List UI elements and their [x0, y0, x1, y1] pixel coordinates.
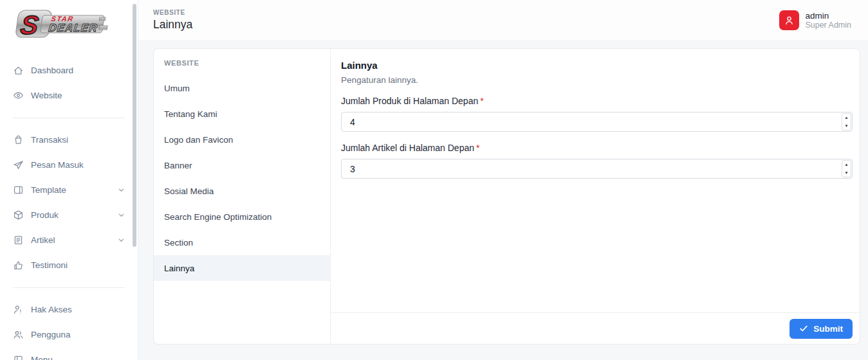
number-spinner: ▲ ▼ [842, 160, 851, 177]
settings-nav-item-seo[interactable]: Search Engine Optimization [154, 204, 330, 230]
user-info: admin Super Admin [805, 11, 851, 30]
spinner-down-button[interactable]: ▼ [842, 122, 851, 130]
sidebar-item-artikel[interactable]: Artikel [0, 228, 138, 253]
content-area: WEBSITE Umum Tentang Kami Logo dan Favic… [138, 40, 868, 360]
jumlah-artikel-input[interactable] [341, 159, 853, 179]
sidebar-item-label: Website [31, 91, 62, 100]
settings-card: WEBSITE Umum Tentang Kami Logo dan Favic… [153, 48, 860, 345]
sidebar-item-transaksi[interactable]: Transaksi [0, 127, 138, 152]
sidebar-item-testimoni[interactable]: Testimoni [0, 253, 138, 278]
main-area: WEBSITE Lainnya admin Super Admin WEBSIT… [138, 0, 868, 360]
page-title: Lainnya [153, 18, 192, 32]
sidebar: S STAR DEALER Dashboard Website Transaks… [0, 0, 138, 360]
user-menu[interactable]: admin Super Admin [779, 10, 851, 30]
settings-nav-label: Umum [164, 84, 190, 93]
settings-nav-label: Tentang Kami [164, 109, 217, 119]
send-icon [13, 159, 24, 170]
spinner-up-button[interactable]: ▲ [842, 161, 851, 169]
template-icon [13, 184, 24, 195]
settings-nav-label: Logo dan Favicon [164, 135, 233, 145]
sidebar-item-label: Pengguna [31, 330, 71, 339]
sidebar-item-label: Template [31, 185, 66, 195]
sidebar-item-dashboard[interactable]: Dashboard [0, 58, 138, 83]
sidebar-item-pesan-masuk[interactable]: Pesan Masuk [0, 152, 138, 177]
panel-footer: Submit [331, 312, 860, 344]
panel-subtitle: Pengaturan lainnya. [341, 75, 853, 85]
spinner-up-button[interactable]: ▲ [842, 114, 851, 122]
settings-nav-label: Sosial Media [164, 186, 214, 196]
jumlah-produk-input[interactable] [341, 112, 853, 132]
star-dealer-logo-icon: S STAR DEALER [13, 8, 111, 40]
avatar [779, 10, 799, 30]
field-label-text: Jumlah Produk di Halaman Depan [341, 96, 478, 106]
submit-button-label: Submit [813, 324, 843, 334]
sidebar-divider [13, 118, 125, 118]
settings-nav-item-banner[interactable]: Banner [154, 152, 330, 178]
settings-nav-label: Section [164, 238, 193, 248]
user-icon [784, 15, 795, 26]
user-name: admin [805, 11, 851, 21]
sidebar-item-website[interactable]: Website [0, 83, 138, 108]
shopping-bag-icon [13, 134, 24, 145]
settings-nav-label: Banner [164, 161, 192, 170]
chevron-down-icon [118, 212, 125, 219]
home-icon [13, 65, 24, 76]
sidebar-item-label: Menu [31, 355, 53, 360]
sidebar-item-label: Dashboard [31, 66, 73, 75]
brand-logo[interactable]: S STAR DEALER [0, 5, 138, 42]
field-label-jumlah-produk: Jumlah Produk di Halaman Depan* [341, 96, 853, 106]
sidebar-item-template[interactable]: Template [0, 177, 138, 203]
user-key-icon [13, 304, 24, 315]
sidebar-item-label: Testimoni [31, 260, 68, 270]
page-eyebrow: WEBSITE [153, 9, 192, 16]
spinner-down-button[interactable]: ▼ [842, 169, 851, 177]
sidebar-item-produk[interactable]: Produk [0, 203, 138, 228]
settings-nav-item-tentang-kami[interactable]: Tentang Kami [154, 101, 330, 127]
page-head: WEBSITE Lainnya [153, 9, 192, 32]
sidebar-scrollbar[interactable] [133, 4, 136, 247]
settings-panel: Lainnya Pengaturan lainnya. Jumlah Produ… [331, 49, 860, 344]
sidebar-item-label: Produk [31, 210, 59, 220]
input-wrap: ▲ ▼ [341, 112, 853, 132]
topbar: WEBSITE Lainnya admin Super Admin [138, 0, 868, 40]
settings-nav-item-sosial-media[interactable]: Sosial Media [154, 178, 330, 204]
svg-text:DEALER: DEALER [48, 22, 98, 34]
settings-nav-item-umum[interactable]: Umum [154, 75, 330, 101]
check-icon [799, 324, 808, 333]
required-asterisk: * [480, 96, 483, 106]
article-icon [13, 235, 24, 246]
settings-nav-item-logo-dan-favicon[interactable]: Logo dan Favicon [154, 127, 330, 152]
menu-icon [13, 354, 24, 360]
users-icon [13, 329, 24, 340]
settings-nav-label: Search Engine Optimization [164, 212, 272, 222]
input-wrap: ▲ ▼ [341, 159, 853, 179]
field-label-text: Jumlah Artikel di Halaman Depan [341, 143, 474, 153]
field-label-jumlah-artikel: Jumlah Artikel di Halaman Depan* [341, 143, 853, 153]
panel-body: Lainnya Pengaturan lainnya. Jumlah Produ… [331, 49, 860, 312]
settings-nav-label: Lainnya [164, 264, 194, 273]
required-asterisk: * [476, 143, 479, 153]
package-icon [13, 210, 24, 221]
sidebar-item-menu[interactable]: Menu [0, 347, 138, 360]
sidebar-item-label: Transaksi [31, 135, 68, 145]
settings-nav-heading: WEBSITE [154, 59, 330, 67]
sidebar-item-label: Pesan Masuk [31, 160, 84, 170]
chevron-down-icon [118, 186, 125, 194]
sidebar-item-pengguna[interactable]: Pengguna [0, 322, 138, 347]
sidebar-item-label: Hak Akses [31, 305, 72, 314]
submit-button[interactable]: Submit [790, 319, 853, 339]
sidebar-item-hak-akses[interactable]: Hak Akses [0, 297, 138, 322]
chevron-down-icon [118, 237, 125, 244]
eye-icon [13, 90, 24, 101]
sidebar-divider [13, 287, 125, 288]
user-role: Super Admin [805, 21, 851, 30]
settings-nav-item-section[interactable]: Section [154, 230, 330, 255]
settings-nav-item-lainnya[interactable]: Lainnya [154, 255, 330, 281]
panel-title: Lainnya [341, 60, 853, 71]
sidebar-item-label: Artikel [31, 235, 55, 245]
settings-nav: WEBSITE Umum Tentang Kami Logo dan Favic… [154, 49, 331, 344]
number-spinner: ▲ ▼ [842, 113, 851, 130]
thumbs-up-icon [13, 260, 24, 271]
